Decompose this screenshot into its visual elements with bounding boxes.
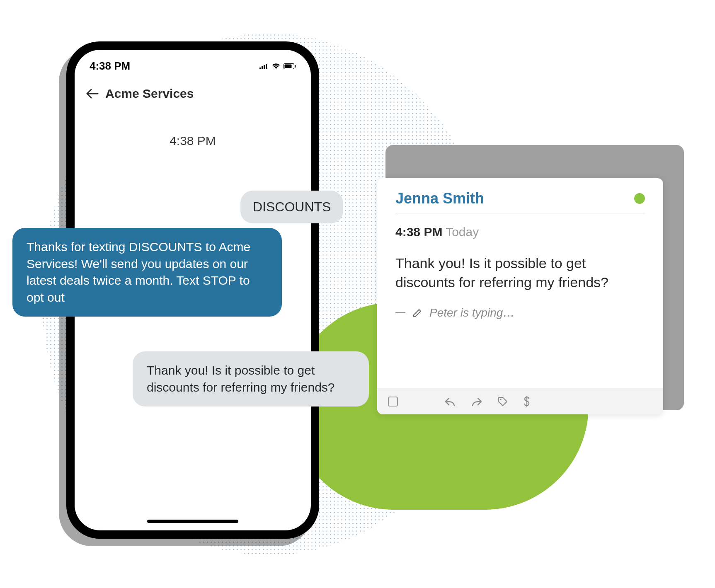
tag-icon[interactable]	[497, 396, 508, 407]
card-toolbar	[377, 388, 663, 414]
svg-point-7	[500, 399, 502, 400]
online-status-icon	[634, 193, 645, 204]
card-time: 4:38 PM	[395, 225, 442, 239]
wifi-icon	[272, 63, 280, 69]
phone-nav-bar: Acme Services	[75, 76, 311, 108]
reply-arrow-icon[interactable]	[444, 397, 456, 407]
thread-timestamp: 4:38 PM	[75, 134, 311, 148]
pencil-icon	[412, 307, 423, 318]
svg-rect-6	[295, 65, 296, 68]
message-bubble-user: Thank you! Is it possible to get discoun…	[133, 351, 369, 407]
card-header: Jenna Smith	[395, 190, 645, 213]
back-arrow-icon[interactable]	[86, 87, 99, 101]
desktop-conversation-card: Jenna Smith 4:38 PM Today Thank you! Is …	[377, 178, 663, 414]
message-bubble-auto-reply: Thanks for texting DISCOUNTS to Acme Ser…	[12, 228, 282, 317]
cellular-signal-icon	[259, 63, 269, 69]
svg-rect-0	[259, 68, 261, 69]
svg-rect-5	[285, 64, 292, 68]
card-message-text: Thank you! Is it possible to get discoun…	[395, 254, 645, 292]
typing-text: Peter is typing…	[429, 306, 514, 319]
battery-icon	[284, 63, 296, 69]
dollar-icon[interactable]	[523, 396, 531, 407]
typing-indicator: Peter is typing…	[395, 306, 645, 319]
card-timestamp: 4:38 PM Today	[395, 225, 645, 239]
home-indicator[interactable]	[147, 520, 238, 523]
forward-arrow-icon[interactable]	[471, 397, 482, 407]
typing-line-icon	[395, 312, 405, 313]
chat-title: Acme Services	[105, 87, 194, 101]
svg-rect-1	[262, 66, 263, 69]
select-checkbox[interactable]	[388, 397, 398, 407]
svg-rect-2	[264, 65, 265, 69]
status-time: 4:38 PM	[90, 60, 130, 73]
contact-name[interactable]: Jenna Smith	[395, 190, 484, 207]
phone-status-bar: 4:38 PM	[75, 50, 311, 76]
card-day: Today	[446, 225, 479, 239]
message-bubble-discounts: DISCOUNTS	[240, 191, 343, 223]
svg-rect-3	[266, 64, 267, 69]
